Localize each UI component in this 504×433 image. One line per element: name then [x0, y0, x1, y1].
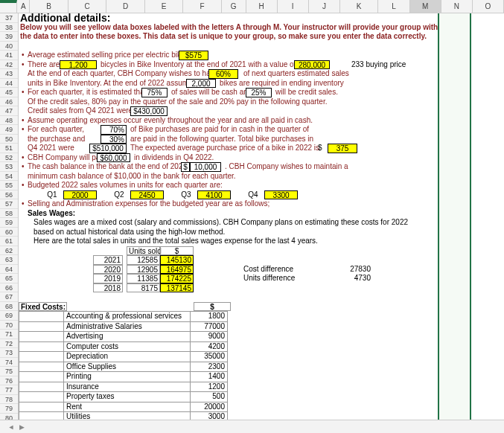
col-header-C[interactable]: C: [68, 0, 106, 13]
fixed-costs-table: Accounting & professional services1800Ad…: [19, 311, 228, 420]
row-header-64[interactable]: 64: [0, 265, 18, 275]
col-header-N[interactable]: N: [441, 0, 473, 13]
col-header-G[interactable]: G: [222, 0, 246, 13]
history-units: 12585: [127, 255, 160, 265]
input-credit-pct[interactable]: 25%: [246, 88, 272, 97]
history-expense[interactable]: 174225: [160, 274, 194, 283]
cost-diff-label: Cost difference: [242, 265, 295, 275]
input-q2[interactable]: 2450: [130, 190, 164, 200]
input-q4-credit-sales[interactable]: $430,000: [130, 106, 168, 116]
col-header-F[interactable]: F: [183, 0, 221, 13]
history-expense[interactable]: 164975: [160, 265, 194, 275]
col-header-B[interactable]: B: [30, 0, 68, 13]
input-cash-balance[interactable]: 10,000: [190, 162, 221, 172]
line44b: bikes are required in ending inventory: [218, 79, 345, 89]
spreadsheet: ABCDEFGHIJKLMNO 373839404142434445464748…: [0, 0, 504, 433]
hdr-dollar: $: [160, 246, 194, 256]
row-header-68[interactable]: 68: [0, 302, 18, 312]
row-header-63[interactable]: 63: [0, 255, 18, 265]
row-header-41[interactable]: 41: [0, 51, 18, 60]
col-header-D[interactable]: D: [106, 0, 144, 13]
col-header-K[interactable]: K: [340, 0, 378, 13]
row-header-51[interactable]: 51: [0, 144, 18, 153]
row-header-54[interactable]: 54: [0, 172, 18, 182]
row-header-59[interactable]: 59: [0, 218, 18, 228]
input-purch-next-pct[interactable]: 30%: [101, 135, 127, 144]
row-header-72[interactable]: 72: [0, 339, 18, 349]
row-header-79[interactable]: 79: [0, 404, 18, 414]
fc-value: 500: [191, 392, 228, 402]
row-header-48[interactable]: 48: [0, 116, 18, 126]
row-header-76[interactable]: 76: [0, 376, 18, 386]
row-header-69[interactable]: 69: [0, 311, 18, 321]
row-header-70[interactable]: 70: [0, 321, 18, 330]
row-header-45[interactable]: 45: [0, 88, 18, 97]
col-header-L[interactable]: L: [378, 0, 409, 13]
input-purch-cash-pct[interactable]: 70%: [101, 125, 127, 135]
col-header-M[interactable]: M: [410, 0, 441, 13]
row-header-53[interactable]: 53: [0, 162, 18, 172]
input-inventory-value[interactable]: 280,000: [294, 60, 330, 70]
row-header-61[interactable]: 61: [0, 237, 18, 246]
row-header-44[interactable]: 44: [0, 79, 18, 89]
input-q3[interactable]: 4100: [197, 190, 231, 200]
row-header-40[interactable]: 40: [0, 42, 18, 51]
next-sheet-icon[interactable]: ▶: [16, 422, 27, 432]
input-q1[interactable]: 2000: [63, 190, 97, 200]
row-header-67[interactable]: 67: [0, 292, 18, 302]
input-dividends[interactable]: $60,000: [97, 153, 130, 163]
col-header-H[interactable]: H: [246, 0, 278, 13]
row-header-50[interactable]: 50: [0, 135, 18, 144]
row-header-55[interactable]: 55: [0, 181, 18, 190]
row-header-37[interactable]: 37: [0, 13, 18, 23]
history-expense[interactable]: 137145: [160, 283, 194, 293]
row-header-56[interactable]: 56: [0, 190, 18, 200]
input-end-2022-units[interactable]: 2,000: [186, 79, 216, 89]
dollar-sign: $: [316, 144, 324, 153]
sheet-tab-bar: ◄ ▶: [0, 420, 504, 433]
fc-label: Computer costs: [64, 341, 191, 352]
line53b: . CBH Company wishes to maintain a: [223, 162, 350, 172]
grid-area[interactable]: Additional details: Below you will see y…: [19, 13, 504, 420]
row-header-46[interactable]: 46: [0, 97, 18, 107]
input-purchase-price[interactable]: 375: [328, 144, 357, 153]
row-header-78[interactable]: 78: [0, 395, 18, 405]
row-header-77[interactable]: 77: [0, 385, 18, 395]
row-header-49[interactable]: 49: [0, 125, 18, 135]
row-header-42[interactable]: 42: [0, 60, 18, 70]
row-header-75[interactable]: 75: [0, 367, 18, 376]
col-header-A[interactable]: A: [17, 0, 30, 13]
row-header-71[interactable]: 71: [0, 330, 18, 339]
row-header-47[interactable]: 47: [0, 106, 18, 116]
input-q4-purchases[interactable]: $510,000: [89, 144, 127, 153]
table-row: Advertising9000: [19, 332, 228, 342]
col-header-O[interactable]: O: [473, 0, 504, 13]
row-header-65[interactable]: 65: [0, 274, 18, 283]
row-header-58[interactable]: 58: [0, 209, 18, 219]
row-header-39[interactable]: 39: [0, 32, 18, 42]
col-header-I[interactable]: I: [278, 0, 309, 13]
row-header-43[interactable]: 43: [0, 69, 18, 79]
fc-label: Utilities: [64, 412, 191, 420]
prev-sheet-icon[interactable]: ◄: [6, 422, 16, 432]
input-cash-pct[interactable]: 75%: [141, 88, 168, 97]
row-header-66[interactable]: 66: [0, 283, 18, 293]
row-header-57[interactable]: 57: [0, 199, 18, 209]
row-header-73[interactable]: 73: [0, 348, 18, 358]
row-header-74[interactable]: 74: [0, 358, 18, 368]
input-ending-pct[interactable]: 60%: [208, 69, 238, 79]
line52a: CBH Company will pay: [26, 153, 105, 163]
col-header-E[interactable]: E: [145, 0, 183, 13]
input-q4[interactable]: 3300: [264, 190, 298, 200]
col-header-J[interactable]: J: [309, 0, 340, 13]
row-header-60[interactable]: 60: [0, 228, 18, 237]
line42b: bicycles in Bike Inventory at the end of…: [99, 60, 304, 70]
row-header-38[interactable]: 38: [0, 23, 18, 33]
history-expense[interactable]: 145130: [160, 255, 194, 265]
input-begin-inventory[interactable]: 1,200: [60, 60, 97, 70]
select-all-corner[interactable]: [0, 0, 17, 13]
row-header-52[interactable]: 52: [0, 153, 18, 163]
line42a: There are: [26, 60, 61, 70]
input-selling-price[interactable]: $575: [179, 51, 208, 60]
row-header-62[interactable]: 62: [0, 246, 18, 256]
